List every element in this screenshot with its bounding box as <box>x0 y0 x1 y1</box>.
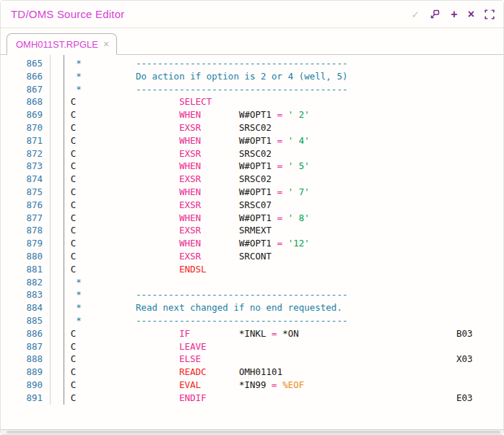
close-window-button[interactable]: × <box>468 9 474 20</box>
confirm-check-icon[interactable]: ✓ <box>412 9 420 20</box>
maximize-icon[interactable] <box>485 9 495 20</box>
line-number: 891 <box>1 392 43 405</box>
line-number: 868 <box>1 95 43 108</box>
code-line[interactable]: 868 C SELECT <box>1 95 503 108</box>
code-line[interactable]: 885 * ----------------------------------… <box>1 314 503 327</box>
code-line[interactable]: 880 C EXSR SRCONT <box>1 250 503 263</box>
line-number: 875 <box>1 186 43 199</box>
code-line[interactable]: 882 * <box>1 276 503 289</box>
line-number: 867 <box>1 83 43 96</box>
code-line[interactable]: 876 C EXSR SRSC07 <box>1 199 503 212</box>
code-line[interactable]: 871 C WHEN W#OPT1 = ' 4' <box>1 134 503 147</box>
code-text: * <box>43 276 82 289</box>
line-number: 873 <box>1 160 43 173</box>
code-text: * --------------------------------------… <box>43 314 347 327</box>
code-line[interactable]: 866 * Do action if option is 2 or 4 (wel… <box>1 70 503 83</box>
code-line[interactable]: 888 C ELSE X03 <box>1 353 503 366</box>
line-number: 883 <box>1 288 43 301</box>
code-text: C ENDSL <box>43 263 207 276</box>
pin-float-icon[interactable] <box>430 9 440 20</box>
code-text: C WHEN W#OPT1 = '12' <box>43 237 310 250</box>
code-line[interactable]: 879 C WHEN W#OPT1 = '12' <box>1 237 503 250</box>
line-number: 880 <box>1 250 43 263</box>
horizontal-scrollbar-thumb[interactable] <box>6 431 500 434</box>
code-text: C IF *INKL = *ON B03 <box>43 327 473 340</box>
code-text: C EXSR SRSC02 <box>43 147 271 160</box>
titlebar-actions: ✓ + × <box>412 9 495 20</box>
line-number: 872 <box>1 147 43 160</box>
window-title: TD/OMS Source Editor <box>11 8 124 20</box>
tab-strip: OMH011ST.RPGLE × <box>1 28 503 55</box>
source-editor-window: TD/OMS Source Editor ✓ + × <box>0 0 504 435</box>
code-line[interactable]: 877 C WHEN W#OPT1 = ' 8' <box>1 212 503 225</box>
code-text: C EVAL *IN99 = %EOF <box>43 379 304 392</box>
tab-omh011st-rpgle[interactable]: OMH011ST.RPGLE × <box>6 33 117 55</box>
line-number: 877 <box>1 212 43 225</box>
line-number: 885 <box>1 314 43 327</box>
horizontal-scrollbar[interactable] <box>1 429 503 434</box>
code-line[interactable]: 889 C READC OMH01101 <box>1 366 503 379</box>
code-line[interactable]: 878 C EXSR SRMEXT <box>1 224 503 237</box>
line-number: 876 <box>1 199 43 212</box>
code-line[interactable]: 870 C EXSR SRSC02 <box>1 121 503 134</box>
code-line[interactable]: 873 C WHEN W#OPT1 = ' 5' <box>1 160 503 173</box>
line-number: 874 <box>1 173 43 186</box>
code-text: C EXSR SRMEXT <box>43 224 271 237</box>
tab-label: OMH011ST.RPGLE <box>16 39 98 50</box>
code-line[interactable]: 874 C EXSR SRSC02 <box>1 173 503 186</box>
line-number: 878 <box>1 224 43 237</box>
add-tab-button[interactable]: + <box>451 9 457 20</box>
code-text: C SELECT <box>43 95 212 108</box>
code-line[interactable]: 869 C WHEN W#OPT1 = ' 2' <box>1 108 503 121</box>
code-line[interactable]: 865 * ----------------------------------… <box>1 57 503 70</box>
code-editor[interactable]: 865 * ----------------------------------… <box>1 55 503 405</box>
code-text: C EXSR SRSC02 <box>43 173 271 186</box>
code-text: * Read next changed if no end requested. <box>43 301 342 314</box>
code-line[interactable]: 890 C EVAL *IN99 = %EOF <box>1 379 503 392</box>
code-line[interactable]: 867 * ----------------------------------… <box>1 83 503 96</box>
line-number: 886 <box>1 327 43 340</box>
line-number: 871 <box>1 134 43 147</box>
line-number: 879 <box>1 237 43 250</box>
code-text: C READC OMH01101 <box>43 366 282 379</box>
line-number: 881 <box>1 263 43 276</box>
code-text: C ELSE X03 <box>43 353 473 366</box>
line-number: 887 <box>1 340 43 353</box>
screen: TD/OMS Source Editor ✓ + × <box>0 0 504 435</box>
code-text: C WHEN W#OPT1 = ' 2' <box>43 108 310 121</box>
code-line[interactable]: 887 C LEAVE <box>1 340 503 353</box>
code-text: C EXSR SRSC07 <box>43 199 271 212</box>
code-line[interactable]: 872 C EXSR SRSC02 <box>1 147 503 160</box>
code-text: * Do action if option is 2 or 4 (well, 5… <box>43 70 347 83</box>
code-text: * --------------------------------------… <box>43 83 347 96</box>
line-number: 884 <box>1 301 43 314</box>
line-number: 889 <box>1 366 43 379</box>
line-number: 870 <box>1 121 43 134</box>
code-text: C ENDIF E03 <box>43 392 473 405</box>
code-text: C WHEN W#OPT1 = ' 5' <box>43 160 310 173</box>
code-line[interactable]: 891 C ENDIF E03 <box>1 392 503 405</box>
line-number: 888 <box>1 353 43 366</box>
code-text: C EXSR SRSC02 <box>43 121 271 134</box>
line-number: 865 <box>1 57 43 70</box>
code-line[interactable]: 883 * ----------------------------------… <box>1 288 503 301</box>
code-lines: 865 * ----------------------------------… <box>1 57 503 405</box>
code-text: C WHEN W#OPT1 = ' 8' <box>43 212 310 225</box>
code-text: C WHEN W#OPT1 = ' 4' <box>43 134 310 147</box>
line-number: 890 <box>1 379 43 392</box>
titlebar: TD/OMS Source Editor ✓ + × <box>1 1 503 28</box>
line-number: 869 <box>1 108 43 121</box>
code-text: C LEAVE <box>43 340 207 353</box>
line-number: 882 <box>1 276 43 289</box>
code-line[interactable]: 875 C WHEN W#OPT1 = ' 7' <box>1 186 503 199</box>
code-text: C WHEN W#OPT1 = ' 7' <box>43 186 310 199</box>
code-line[interactable]: 881 C ENDSL <box>1 263 503 276</box>
code-text: * --------------------------------------… <box>43 288 347 301</box>
code-line[interactable]: 884 * Read next changed if no end reques… <box>1 301 503 314</box>
code-line[interactable]: 886 C IF *INKL = *ON B03 <box>1 327 503 340</box>
code-text: * --------------------------------------… <box>43 57 347 70</box>
tab-close-icon[interactable]: × <box>103 39 109 49</box>
line-number: 866 <box>1 70 43 83</box>
code-text: C EXSR SRCONT <box>43 250 271 263</box>
